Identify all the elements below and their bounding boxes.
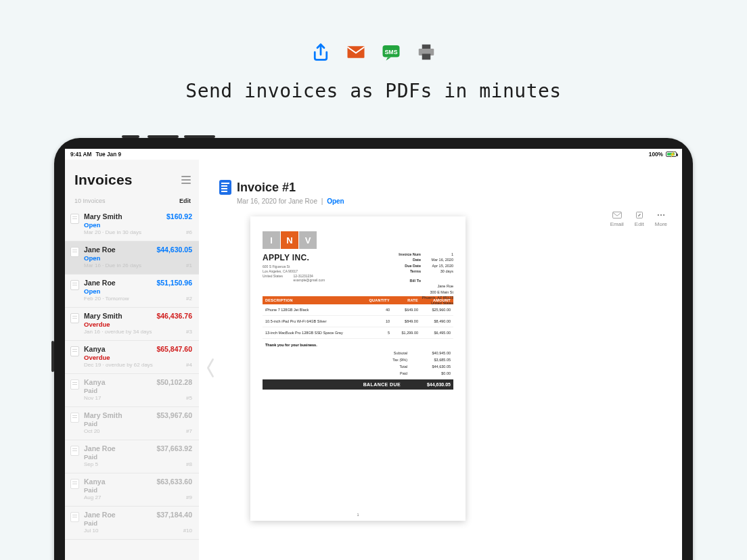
document-icon: [70, 280, 79, 290]
share-icon: [311, 42, 331, 65]
preview-table: DESCRIPTION QUANTITY RATE AMOUNT iPhone …: [263, 296, 453, 390]
invoice-status: Overdue: [84, 321, 110, 328]
preview-totals: Subtotal$40,945.00Tax (9%)$3,685.05Total…: [263, 350, 453, 377]
svg-point-9: [660, 214, 662, 216]
th-desc: DESCRIPTION: [265, 298, 361, 302]
more-button[interactable]: More: [655, 211, 667, 227]
document-icon: [70, 346, 79, 356]
logo-letter: N: [281, 231, 298, 249]
ipad-frame: 9:41 AM Tue Jan 9 100% ⚡ Invoices 10 Inv…: [54, 138, 693, 560]
invoice-row[interactable]: Mary Smith$160.92OpenMar 20 · Due in 30 …: [65, 208, 199, 241]
invoice-amount: $63,633.60: [156, 477, 192, 486]
sidebar-title: Invoices: [74, 172, 133, 188]
invoice-number: #5: [186, 395, 192, 401]
invoice-status: Paid: [84, 420, 97, 427]
invoice-number: #4: [186, 362, 192, 368]
document-icon: [70, 413, 79, 423]
print-icon: [416, 42, 436, 65]
hero-icons: SMS: [0, 42, 747, 65]
invoice-row[interactable]: Jane Roe$37,184.40PaidJul 10#10: [65, 507, 199, 540]
detail-meta-prefix: Mar 16, 2020 for Jane Roe: [237, 197, 317, 205]
invoice-amount: $50,102.28: [156, 378, 192, 386]
detail-pane: Invoice #1 Mar 16, 2020 for Jane Roe | O…: [199, 160, 682, 560]
invoice-number: #8: [186, 461, 192, 467]
invoice-amount: $44,630.05: [156, 246, 192, 254]
preview-logo: I N V: [263, 231, 453, 249]
preview-balance: BALANCE DUE $44,630.05: [263, 379, 453, 390]
invoice-name: Jane Roe: [84, 444, 116, 452]
logo-letter: I: [263, 231, 280, 249]
invoice-row[interactable]: Kanya$65,847.60OverdueDec 19 · overdue b…: [65, 341, 199, 374]
mail-icon: [346, 42, 366, 65]
invoice-number: #7: [186, 428, 192, 434]
invoice-status: Overdue: [84, 354, 110, 361]
invoice-row[interactable]: Jane Roe$44,630.05OpenMar 16 · Due in 26…: [65, 241, 199, 275]
detail-meta-status: Open: [327, 197, 344, 205]
invoice-row[interactable]: Jane Roe$37,663.92PaidSep 5#8: [65, 440, 199, 473]
chevron-left-icon[interactable]: [204, 356, 217, 383]
line-item: iPhone 7 128GB Jet Black40$649.00$25,960…: [263, 304, 453, 316]
invoice-due: Dec 19 · overdue by 62 days: [84, 362, 153, 368]
detail-meta: Mar 16, 2020 for Jane Roe | Open: [237, 197, 669, 205]
invoice-number: #6: [186, 229, 192, 235]
detail-title: Invoice #1: [237, 181, 296, 195]
invoice-due: Mar 16 · Due in 26 days: [84, 262, 141, 269]
document-icon: [70, 214, 79, 224]
svg-point-8: [658, 214, 659, 216]
battery-icon: ⚡: [666, 151, 677, 157]
line-item: 13-inch MacBook Pro 128GB SSD Space Gray…: [263, 327, 453, 339]
email-button[interactable]: Email: [610, 211, 624, 227]
hw-button: [184, 135, 215, 138]
invoice-name: Jane Roe: [84, 246, 116, 254]
balance-value: $44,630.05: [407, 382, 451, 387]
invoice-name: Kanya: [84, 345, 106, 353]
invoice-name: Jane Roe: [84, 511, 116, 519]
invoice-list: Mary Smith$160.92OpenMar 20 · Due in 30 …: [65, 208, 199, 560]
invoice-status: Open: [84, 254, 100, 262]
svg-rect-6: [612, 212, 621, 218]
invoice-row[interactable]: Kanya$50,102.28PaidNov 17#5: [65, 374, 199, 407]
sms-icon: SMS: [381, 42, 401, 65]
edit-invoice-button[interactable]: Edit: [635, 211, 644, 227]
sidebar-count: 10 Invoices: [74, 197, 106, 204]
ipad-screen: 9:41 AM Tue Jan 9 100% ⚡ Invoices 10 Inv…: [65, 149, 682, 560]
invoice-row[interactable]: Kanya$63,633.60PaidAug 27#9: [65, 473, 199, 507]
invoice-row[interactable]: Mary Smith$46,436.76OverdueJan 16 · over…: [65, 308, 199, 341]
menu-icon[interactable]: [181, 176, 191, 184]
svg-rect-0: [348, 46, 365, 58]
svg-text:SMS: SMS: [385, 49, 398, 55]
svg-rect-5: [422, 54, 431, 60]
invoice-name: Mary Smith: [84, 411, 122, 419]
balance-label: BALANCE DUE: [333, 382, 407, 387]
invoice-due: Sep 5: [84, 461, 98, 467]
svg-point-10: [663, 214, 664, 216]
document-icon: [70, 512, 79, 522]
invoice-preview[interactable]: I N V APPLY INC. 600 S Figueroa StLos An…: [250, 216, 466, 521]
document-icon: [219, 180, 231, 195]
edit-label: Edit: [635, 221, 644, 227]
invoice-due: Jul 10: [84, 528, 98, 534]
invoice-due: Oct 20: [84, 428, 100, 434]
status-battery-pct: 100%: [649, 151, 663, 158]
invoice-amount: $51,150.96: [156, 279, 192, 287]
invoice-row[interactable]: Mary Smith$53,967.60PaidOct 20#7: [65, 407, 199, 440]
document-icon: [70, 446, 79, 456]
invoice-due: Aug 27: [84, 494, 101, 500]
invoice-due: Nov 17: [84, 395, 101, 401]
status-bar: 9:41 AM Tue Jan 9 100% ⚡: [65, 149, 682, 160]
invoice-name: Kanya: [84, 378, 106, 386]
document-icon: [70, 313, 79, 323]
invoice-status: Paid: [84, 387, 97, 394]
invoice-amount: $46,436.76: [156, 312, 192, 320]
document-icon: [70, 479, 79, 489]
invoice-due: Feb 20 · Tomorrow: [84, 296, 129, 302]
invoice-status: Open: [84, 221, 100, 229]
invoice-number: #10: [183, 528, 192, 534]
preview-thanks: Thank you for your business.: [263, 339, 453, 347]
document-icon: [70, 247, 79, 257]
invoice-row[interactable]: Jane Roe$51,150.96OpenFeb 20 · Tomorrow#…: [65, 275, 199, 308]
status-time: 9:41 AM: [70, 151, 92, 158]
edit-button[interactable]: Edit: [179, 197, 191, 204]
invoice-amount: $53,967.60: [156, 411, 192, 419]
status-date: Tue Jan 9: [96, 151, 122, 158]
